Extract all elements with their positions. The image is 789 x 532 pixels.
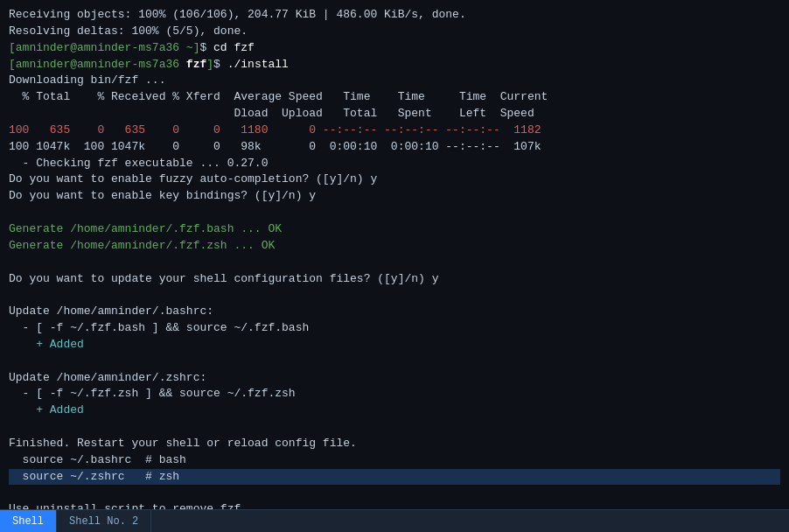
- terminal-line: [9, 485, 780, 501]
- terminal-line: 100 635 0 635 0 0 1180 0 --:--:-- --:--:…: [9, 122, 780, 139]
- terminal-line: - [ -f ~/.fzf.bash ] && source ~/.fzf.ba…: [9, 320, 780, 337]
- tab-shell-1[interactable]: Shell: [0, 510, 57, 532]
- terminal-line: Do you want to enable fuzzy auto-complet…: [9, 172, 780, 188]
- terminal-line: [9, 419, 780, 436]
- terminal-line: [9, 255, 780, 271]
- terminal-line: Update /home/amninder/.bashrc:: [9, 304, 780, 320]
- terminal-line: Use uninstall script to remove fzf.: [9, 501, 780, 509]
- terminal-line: Receiving objects: 100% (106/106), 204.7…: [9, 7, 780, 24]
- terminal-line: 100 1047k 100 1047k 0 0 98k 0 0:00:10 0:…: [9, 139, 780, 156]
- terminal-line: [9, 354, 780, 370]
- terminal-line: + Added: [9, 402, 780, 419]
- terminal-line: - [ -f ~/.fzf.zsh ] && source ~/.fzf.zsh: [9, 386, 780, 402]
- terminal-line: Do you want to enable key bindings? ([y]…: [9, 188, 780, 205]
- terminal-line: [amninder@amninder-ms7a36 fzf]$ ./instal…: [9, 57, 780, 74]
- terminal-line: Downloading bin/fzf ...: [9, 73, 780, 89]
- tab-bar: Shell Shell No. 2: [0, 509, 789, 532]
- terminal-line: Generate /home/amninder/.fzf.bash ... OK: [9, 221, 780, 238]
- terminal-line: [amninder@amninder-ms7a36 ~]$ cd fzf: [9, 40, 780, 57]
- terminal-line: Do you want to update your shell configu…: [9, 271, 780, 288]
- terminal-line: Generate /home/amninder/.fzf.zsh ... OK: [9, 238, 780, 255]
- terminal-line: Update /home/amninder/.zshrc:: [9, 370, 780, 387]
- terminal-line: source ~/.zshrc # zsh: [9, 469, 780, 486]
- terminal-line: Resolving deltas: 100% (5/5), done.: [9, 24, 780, 40]
- terminal-line: Dload Upload Total Spent Left Speed: [9, 106, 780, 122]
- terminal-line: [9, 205, 780, 221]
- tab-shell-2[interactable]: Shell No. 2: [57, 510, 151, 532]
- terminal-line: + Added: [9, 337, 780, 354]
- terminal-line: [9, 287, 780, 304]
- terminal-line: - Checking fzf executable ... 0.27.0: [9, 156, 780, 172]
- terminal-line: Finished. Restart your shell or reload c…: [9, 436, 780, 452]
- tab-shell-1-label: Shell: [12, 515, 44, 528]
- terminal-output: Receiving objects: 100% (106/106), 204.7…: [0, 0, 789, 509]
- tab-shell-2-label: Shell No. 2: [69, 515, 138, 528]
- terminal-line: source ~/.bashrc # bash: [9, 452, 780, 469]
- terminal-line: % Total % Received % Xferd Average Speed…: [9, 89, 780, 106]
